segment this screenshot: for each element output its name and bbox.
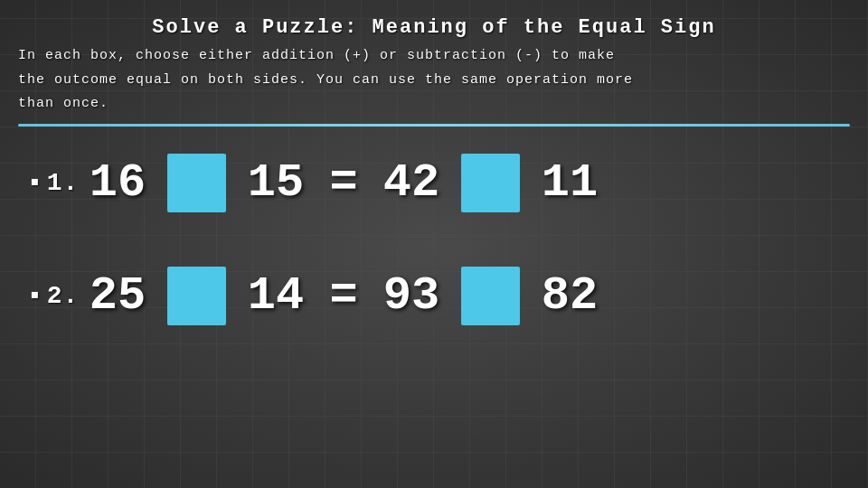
equals-sign-1: = — [321, 156, 366, 210]
description-line1: In each box, choose either addition (+) … — [18, 46, 850, 67]
bullet-2: ▪ — [27, 282, 43, 310]
left-number-2: 25 — [81, 269, 154, 323]
page-title: Solve a Puzzle: Meaning of the Equal Sig… — [18, 16, 850, 39]
main-background: Solve a Puzzle: Meaning of the Equal Sig… — [0, 0, 868, 488]
right-number-1: 42 — [375, 156, 448, 210]
puzzle-row-1: ▪1. 16 15 = 42 11 — [18, 154, 850, 212]
operator-box-left-1[interactable] — [167, 154, 226, 212]
divider — [18, 124, 850, 127]
last-number-1: 11 — [533, 156, 606, 210]
problem-number-1: ▪1. — [27, 169, 81, 197]
right-number-2: 93 — [375, 269, 448, 323]
description-line3: than once. — [18, 94, 850, 115]
operator-box-right-2[interactable] — [461, 267, 520, 325]
operator-box-right-1[interactable] — [461, 154, 520, 212]
bullet-1: ▪ — [27, 169, 43, 197]
problems-container: ▪1. 16 15 = 42 11 ▪2. 25 14 = 93 82 — [18, 154, 850, 325]
equals-sign-2: = — [321, 269, 366, 323]
puzzle-row-2: ▪2. 25 14 = 93 82 — [18, 267, 850, 325]
problem-number-2: ▪2. — [27, 282, 81, 310]
description-line2: the outcome equal on both sides. You can… — [18, 70, 850, 91]
operator-box-left-2[interactable] — [167, 267, 226, 325]
last-number-2: 82 — [533, 269, 606, 323]
middle-number-2: 14 — [240, 269, 312, 323]
middle-number-1: 15 — [240, 156, 312, 210]
left-number-1: 16 — [81, 156, 154, 210]
